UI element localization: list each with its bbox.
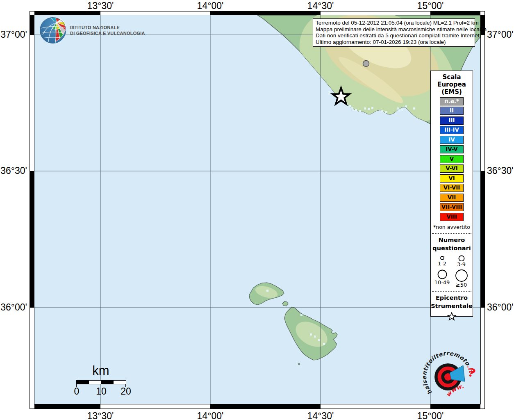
latitude-label-left: 36°30': [0, 165, 27, 176]
macroseismic-map-page: 13°30' 14°00' 14°30' 15°00' 13°30' 14°00…: [0, 0, 514, 420]
legend-panel: Scala Europea (EMS) n.a.* II III III-IV …: [430, 71, 473, 317]
earthquake-info-box: Terremoto del 05-12-2012 21:05:04 (ora l…: [313, 18, 475, 47]
longitude-label-top: 14°30': [296, 0, 345, 11]
latitude-label-right: 37°00': [487, 29, 514, 40]
ems-swatch: V: [440, 155, 464, 163]
ems-swatch: II: [440, 107, 464, 115]
questionnaire-size-class: 3-9: [453, 255, 471, 267]
latitude-label-left: 37°00': [0, 29, 27, 40]
longitude-label-bottom: 13°30': [76, 411, 125, 420]
ems-swatch: V-VI: [440, 164, 464, 173]
scalebar: [76, 380, 126, 384]
ems-swatch: IV: [440, 136, 464, 144]
latitude-label-right: 36°00': [487, 302, 514, 313]
legend-title: (EMS): [431, 88, 473, 96]
legend-title: Europea: [431, 81, 473, 88]
count-circle-icon: [437, 269, 448, 279]
latitude-label-left: 36°00': [0, 302, 27, 313]
longitude-label-bottom: 14°30': [296, 411, 345, 420]
count-circle-icon: [439, 255, 446, 260]
filfla-islet: [298, 363, 300, 365]
questionnaire-size-class: 10-49: [433, 269, 451, 288]
info-line: Dati non verificati estratti da 5 questi…: [316, 32, 472, 39]
questionnaire-size-class: 1-2: [433, 255, 451, 267]
epicenter-title: Epicentro: [431, 294, 473, 302]
scalebar-number: 0: [68, 386, 85, 397]
ingv-logo-text: ISTITUTO NAZIONALE DI GEOFISICA E VULCAN…: [70, 25, 145, 36]
ems-swatch: VIII: [440, 213, 464, 221]
epicenter-title: Strumentale: [431, 302, 473, 310]
scalebar-number: 10: [93, 386, 109, 397]
scalebar-unit: km: [76, 363, 125, 378]
ems-swatch: III-IV: [440, 126, 464, 134]
legend-divider: [432, 233, 471, 234]
longitude-label-bottom: 15°00': [406, 411, 455, 420]
ems-swatch: n.a.*: [440, 97, 464, 105]
info-line: Ultimo aggiornamento: 07-01-2026 19:23 (…: [316, 39, 472, 46]
ems-swatch: VII: [440, 194, 464, 202]
latitude-label-right: 36°30': [487, 165, 514, 176]
epicenter-star-icon: [446, 312, 457, 322]
ems-swatch: VI: [440, 174, 464, 183]
questionnaires-title: questionari: [431, 244, 473, 252]
ingv-globe-logo: [39, 17, 67, 44]
legend-title: Scala: [431, 73, 473, 81]
ems-swatch: VI-VII: [440, 184, 464, 192]
legend-footnote: *non avvertito: [431, 224, 473, 230]
longitude-label-top: 14°00': [186, 0, 235, 11]
longitude-label-top: 13°30': [76, 0, 125, 11]
info-line: Terremoto del 05-12-2012 21:05:04 (ora l…: [316, 20, 472, 26]
questionnaires-title: Numero: [431, 236, 473, 244]
longitude-label-bottom: 14°00': [186, 411, 235, 420]
scalebar-number: 20: [118, 386, 134, 397]
count-circle-icon: [458, 255, 465, 261]
ems-swatch: VII-VIII: [440, 203, 464, 211]
na-location-dot: [363, 61, 369, 67]
ems-swatch: IV-V: [440, 145, 464, 153]
info-line: Mappa preliminare delle intensità macros…: [316, 26, 472, 33]
ems-swatch: III: [440, 116, 464, 125]
longitude-label-top: 15°00': [406, 0, 455, 11]
questionnaire-size-class: ≥50: [453, 269, 471, 288]
haisentitoilterremoto-logo: haisentitoilterremoto.it www. ?: [420, 348, 480, 406]
legend-divider: [432, 291, 471, 292]
count-circle-icon: [455, 269, 468, 282]
